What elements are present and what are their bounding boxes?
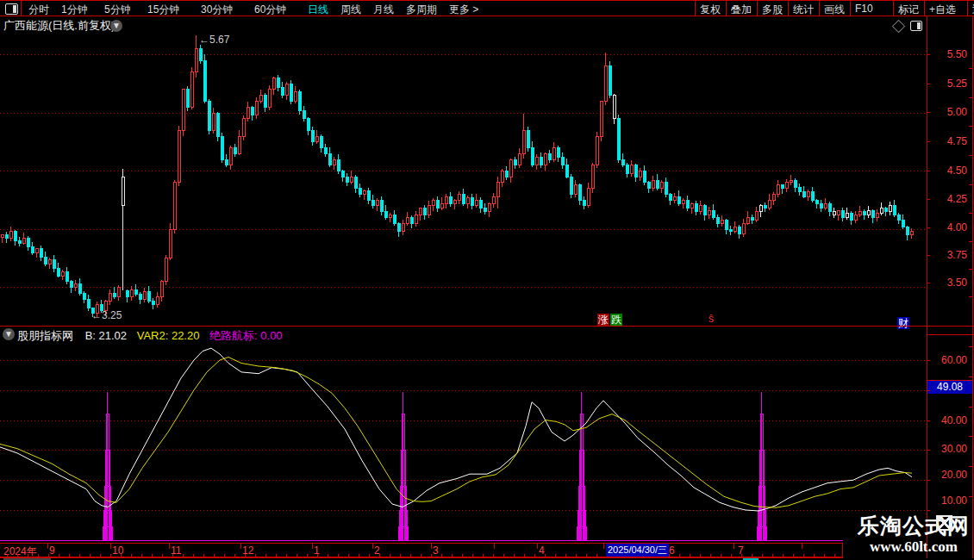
- candle: [863, 212, 865, 215]
- price-axis-label: 4.75: [931, 135, 967, 147]
- candle: [734, 227, 736, 232]
- candle: [466, 198, 469, 204]
- candle: [837, 211, 840, 215]
- candle: [419, 208, 421, 215]
- candle: [509, 160, 512, 177]
- candle: [772, 195, 775, 201]
- candle: [587, 189, 590, 206]
- indicator-axis-label: 10.00: [931, 495, 967, 507]
- candle: [557, 148, 559, 158]
- candle: [337, 160, 340, 171]
- candle: [9, 232, 12, 239]
- month-tick: [169, 544, 170, 549]
- candle: [18, 241, 21, 244]
- axis-tick: [927, 420, 930, 421]
- candle: [540, 158, 542, 165]
- candle: [285, 84, 288, 96]
- candle: [350, 177, 353, 183]
- candle: [578, 185, 581, 201]
- main-candlestick-chart[interactable]: [0, 16, 974, 326]
- candle: [626, 165, 628, 174]
- candle: [902, 221, 904, 227]
- candle: [415, 215, 417, 224]
- price-axis-label: 4.00: [931, 221, 967, 233]
- candle: [708, 211, 710, 215]
- candle: [186, 90, 189, 108]
- indicator-axis-label: 60.00: [931, 354, 967, 366]
- candle: [889, 206, 891, 212]
- candle: [346, 177, 348, 183]
- candle: [703, 206, 706, 215]
- candle: [652, 181, 654, 189]
- menu-separator: [924, 1, 925, 16]
- candle: [639, 171, 641, 177]
- candle: [27, 239, 29, 247]
- candle: [268, 90, 271, 108]
- price-axis-label: 4.25: [931, 193, 967, 205]
- grid-layout-icon[interactable]: [936, 515, 952, 531]
- candle: [178, 131, 180, 183]
- candle: [74, 284, 77, 288]
- candle: [553, 148, 555, 160]
- candle: [785, 183, 788, 189]
- axis-tick: [927, 283, 930, 283]
- candle: [389, 215, 391, 218]
- candle: [190, 72, 193, 108]
- candle: [367, 191, 370, 201]
- candle: [359, 189, 361, 195]
- candle: [324, 148, 327, 154]
- candle: [445, 197, 447, 204]
- candle: [87, 300, 90, 308]
- candle: [798, 188, 801, 192]
- badge-die[interactable]: 跌: [610, 314, 622, 326]
- axis-tick: [927, 510, 930, 511]
- candle: [600, 102, 603, 137]
- axis-tick: [927, 360, 930, 361]
- candle: [328, 154, 331, 165]
- candle: [613, 96, 615, 119]
- candle: [677, 197, 680, 204]
- month-tick: [240, 544, 241, 549]
- candle: [725, 221, 727, 230]
- candle: [70, 282, 72, 288]
- badge-zhang[interactable]: 涨: [597, 314, 609, 326]
- month-tick: [603, 544, 604, 549]
- low-annotation: ←3.25: [91, 309, 122, 321]
- menu-separator: [788, 1, 789, 16]
- candle: [122, 177, 124, 206]
- candle: [505, 171, 508, 177]
- candle: [841, 211, 844, 218]
- axis-tick: [927, 255, 930, 256]
- month-tick: [110, 544, 111, 549]
- candle: [596, 137, 598, 165]
- candle: [212, 114, 215, 131]
- candle: [458, 195, 460, 201]
- candle: [109, 294, 111, 302]
- candle: [565, 165, 568, 177]
- candle: [910, 232, 913, 235]
- candle: [182, 90, 184, 131]
- candle: [78, 284, 81, 294]
- month-tick: [431, 544, 432, 549]
- badge-s[interactable]: ŝ: [708, 313, 715, 325]
- high-annotation: ←5.67: [199, 34, 229, 46]
- candle: [811, 192, 814, 201]
- candle: [432, 201, 434, 206]
- axis-tick: [927, 112, 930, 113]
- candle: [195, 49, 197, 72]
- panel-layout-icon[interactable]: [0, 1, 22, 16]
- month-tick: [312, 544, 313, 549]
- candle: [492, 197, 495, 204]
- candle: [277, 78, 279, 88]
- candle: [815, 201, 818, 204]
- candle: [117, 288, 120, 297]
- panel-icon[interactable]: [910, 21, 922, 31]
- indicator-line-VAR2: [0, 358, 912, 508]
- candle: [634, 165, 637, 177]
- month-tick: [537, 544, 538, 549]
- menu-item-F10[interactable]: F10: [855, 3, 873, 15]
- candle: [846, 214, 848, 218]
- candle: [229, 148, 232, 165]
- indicator-chart[interactable]: [0, 326, 974, 543]
- candle: [397, 224, 400, 232]
